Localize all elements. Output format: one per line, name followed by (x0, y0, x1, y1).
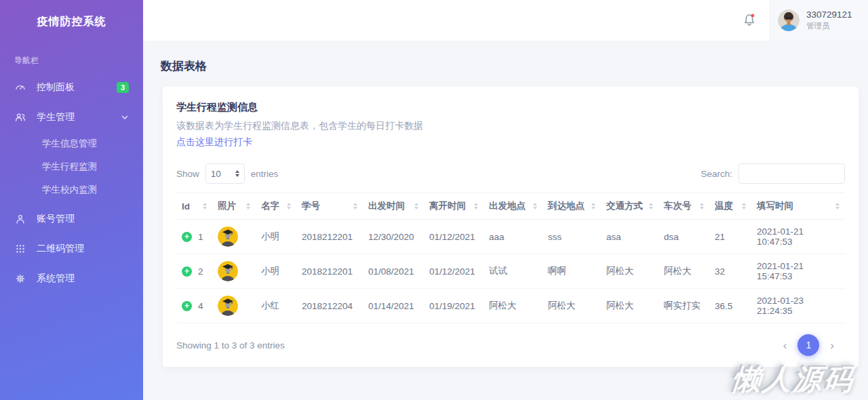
sort-icon (203, 203, 207, 209)
row-id: 1 (198, 232, 203, 242)
table-body: +1小明201821220112/30/202001/12/2021aaasss… (176, 220, 845, 323)
sort-icon (742, 203, 746, 209)
checkin-link[interactable]: 点击这里进行打卡 (176, 136, 252, 148)
table-row: +1小明201821220112/30/202001/12/2021aaasss… (176, 220, 845, 254)
col-header-temperature[interactable]: 温度 (709, 193, 751, 220)
search-input[interactable] (738, 163, 845, 184)
data-table: Id 照片 名字 学号 出发时间 离开时间 出发地点 到达地点 交通方式 车次号… (176, 193, 845, 323)
sidebar-item-dashboard[interactable]: 控制面板 3 (0, 73, 143, 102)
col-header-fill-time[interactable]: 填写时间 (751, 193, 845, 220)
cell-leave-time: 01/12/2021 (424, 254, 484, 289)
col-header-depart-time[interactable]: 出发时间 (363, 193, 424, 220)
col-header-id[interactable]: Id (176, 193, 212, 220)
cell-name: 小红 (256, 289, 296, 323)
cell-name: 小明 (256, 254, 296, 289)
nav-section-label: 导航栏 (0, 43, 143, 73)
pagination-page-1[interactable]: 1 (797, 334, 819, 356)
search-label: Search: (701, 169, 732, 179)
sidebar-item-student-management[interactable]: 学生管理 (0, 102, 143, 132)
sidebar: 疫情防控系统 导航栏 控制面板 3 学生管理 学生信息管理 学生行程监测 学生校… (0, 0, 143, 400)
card-description: 该数据表为学生行程监测信息表，包含学生的每日打卡数据 (176, 120, 845, 132)
col-header-transport[interactable]: 交通方式 (601, 193, 658, 220)
cell-temperature: 21 (709, 220, 751, 254)
col-header-name[interactable]: 名字 (256, 193, 296, 220)
sidebar-item-label: 控制面板 (37, 81, 75, 94)
notification-bell-button[interactable] (730, 12, 769, 28)
qrcode-grid-icon (14, 243, 26, 255)
cell-arrive-place: 啊啊 (542, 254, 601, 289)
entries-label: entries (251, 169, 279, 179)
student-photo (218, 226, 238, 247)
col-header-photo[interactable]: 照片 (212, 193, 256, 220)
table-row: +4小红201821220401/14/202101/19/2021阿松大阿松大… (176, 289, 845, 323)
col-header-student-no[interactable]: 学号 (296, 193, 363, 220)
sidebar-item-account-management[interactable]: 账号管理 (0, 204, 143, 234)
user-menu[interactable]: 330729121 管理员 (769, 0, 868, 41)
table-footer-info: Showing 1 to 3 of 3 entries (176, 340, 285, 351)
sort-icon (474, 203, 478, 209)
search-control: Search: (701, 163, 845, 184)
cell-depart-place: aaa (484, 220, 542, 254)
sidebar-item-qrcode-management[interactable]: 二维码管理 (0, 234, 143, 264)
expand-row-button[interactable]: + (182, 266, 192, 277)
user-meta: 330729121 管理员 (806, 9, 852, 31)
cell-train-no: dsa (658, 220, 709, 254)
topbar: 330729121 管理员 (143, 0, 868, 41)
student-photo (218, 261, 238, 281)
table-row: +2小明201821220101/08/202101/12/2021试试啊啊阿松… (176, 254, 845, 289)
sidebar-subitem-student-info[interactable]: 学生信息管理 (0, 132, 143, 155)
cell-fill-time: 2021-01-21 15:47:53 (751, 254, 845, 289)
expand-row-button[interactable]: + (182, 301, 192, 311)
students-icon (14, 111, 26, 123)
sidebar-subitem-student-campus[interactable]: 学生校内监测 (0, 178, 143, 201)
col-header-train-no[interactable]: 车次号 (658, 193, 709, 220)
pagination-prev-icon[interactable]: ‹ (783, 340, 787, 351)
row-id: 4 (198, 301, 203, 311)
table-footer: Showing 1 to 3 of 3 entries ‹ 1 › (176, 334, 845, 356)
cell-depart-place: 试试 (484, 254, 542, 289)
sidebar-item-label: 学生管理 (37, 111, 75, 123)
page-size-select[interactable]: 10 (205, 163, 245, 184)
cell-arrive-place: 阿松大 (542, 289, 601, 323)
table-header-row: Id 照片 名字 学号 出发时间 离开时间 出发地点 到达地点 交通方式 车次号… (176, 193, 845, 220)
bell-icon (741, 12, 757, 28)
table-controls: Show 10 entries Search: (176, 163, 845, 184)
page-title: 数据表格 (161, 58, 868, 74)
sort-icon (533, 203, 537, 209)
cell-depart-time: 01/08/2021 (363, 254, 424, 289)
cell-fill-time: 2021-01-23 21:24:35 (751, 289, 845, 323)
sort-icon (835, 203, 840, 209)
dashboard-count-badge: 3 (117, 82, 129, 93)
sort-icon (649, 203, 653, 209)
sidebar-subitem-student-trip[interactable]: 学生行程监测 (0, 155, 143, 178)
sort-icon (591, 203, 595, 209)
page-size-value: 10 (211, 169, 221, 179)
sort-icon (353, 203, 357, 209)
row-id: 2 (198, 266, 203, 277)
cell-name: 小明 (256, 220, 296, 254)
cell-photo (212, 220, 256, 254)
cell-id: +1 (176, 220, 212, 254)
col-header-leave-time[interactable]: 离开时间 (424, 193, 484, 220)
app-brand[interactable]: 疫情防控系统 (0, 0, 143, 43)
cell-depart-time: 12/30/2020 (363, 220, 424, 254)
cell-depart-place: 阿松大 (484, 289, 542, 323)
cell-student-no: 2018212201 (296, 254, 363, 289)
expand-row-button[interactable]: + (182, 232, 192, 242)
user-id: 330729121 (806, 9, 852, 20)
main-content: 数据表格 学生行程监测信息 该数据表为学生行程监测信息表，包含学生的每日打卡数据… (143, 41, 868, 400)
data-table-card: 学生行程监测信息 该数据表为学生行程监测信息表，包含学生的每日打卡数据 点击这里… (163, 87, 859, 367)
col-header-arrive-place[interactable]: 到达地点 (542, 193, 601, 220)
col-header-depart-place[interactable]: 出发地点 (484, 193, 542, 220)
sidebar-item-system-management[interactable]: 系统管理 (0, 264, 143, 294)
cell-train-no: 啊实打实 (658, 289, 709, 323)
sidebar-item-label: 二维码管理 (37, 243, 84, 255)
cell-transport: 阿松大 (601, 289, 658, 323)
gear-icon (14, 273, 26, 285)
cell-transport: asa (601, 220, 658, 254)
gauge-icon (14, 81, 26, 94)
sidebar-item-label: 账号管理 (37, 213, 75, 225)
cell-photo (212, 254, 256, 289)
pagination-next-icon[interactable]: › (830, 340, 834, 351)
cell-student-no: 2018212201 (296, 220, 363, 254)
